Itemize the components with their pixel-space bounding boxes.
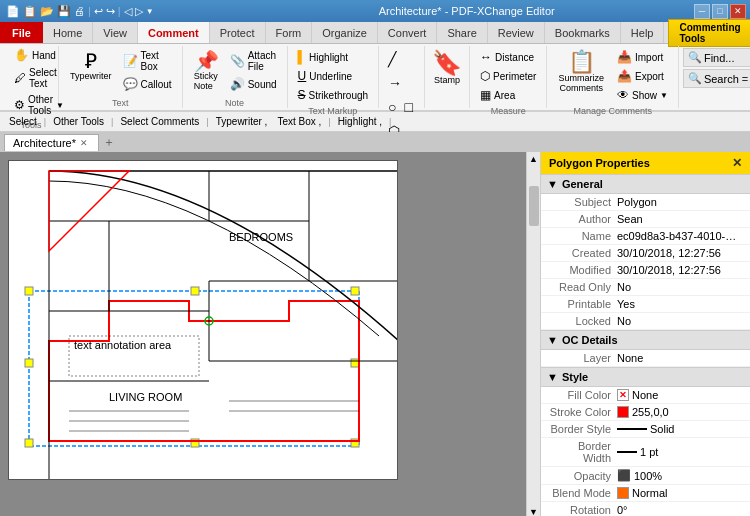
textbox-quick-btn[interactable]: Text Box ,: [274, 116, 324, 127]
general-section: ▼ General Subject Polygon Author Sean Na…: [541, 175, 750, 330]
doc-tab-active[interactable]: Architecture* ✕: [4, 134, 99, 151]
scroll-down-btn[interactable]: ▼: [527, 505, 540, 516]
sticky-note-btn[interactable]: 📌 Sticky Note: [189, 48, 224, 94]
strikethrough-btn[interactable]: S Strikethrough: [294, 86, 373, 104]
select-comments-btn[interactable]: Select Comments: [117, 116, 202, 127]
rect-btn[interactable]: □: [402, 96, 416, 118]
highlight-btn[interactable]: ▌ Highlight: [294, 48, 373, 66]
name-value: ec09d8a3-b437-4010-b08fe979a...: [617, 230, 737, 242]
sep-5: |: [389, 117, 391, 127]
tab-bookmarks[interactable]: Bookmarks: [545, 22, 621, 43]
close-btn[interactable]: ✕: [730, 4, 746, 19]
scroll-up-btn[interactable]: ▲: [527, 152, 540, 166]
dropdown-btn[interactable]: ▼: [146, 7, 154, 16]
window-title: Architecture* - PDF-XChange Editor: [239, 5, 694, 17]
blend-mode-swatch: [617, 487, 629, 499]
export-label: Export: [635, 71, 664, 82]
prop-blend-mode: Blend Mode Normal: [541, 485, 750, 502]
typewriter-btn[interactable]: Ꝑ Typewriter: [65, 48, 117, 84]
stroke-color-swatch[interactable]: [617, 406, 629, 418]
select-text-btn[interactable]: 🖊 Select Text: [10, 65, 52, 91]
properties-close-btn[interactable]: ✕: [732, 156, 742, 170]
textbox-btn[interactable]: 📝 Text Box: [119, 48, 176, 74]
import-btn[interactable]: 📥 Import: [613, 48, 672, 66]
oc-section-header[interactable]: ▼ OC Details: [541, 330, 750, 350]
attach-file-btn[interactable]: 📎 Attach File: [226, 48, 281, 74]
tab-review[interactable]: Review: [488, 22, 545, 43]
arrow-btn[interactable]: →: [385, 72, 405, 94]
highlight-quick-btn[interactable]: Highlight ,: [335, 116, 385, 127]
blend-mode-text: Normal: [632, 487, 667, 499]
stamp-label: Stamp: [434, 75, 460, 85]
other-tools-label: Other Tools: [28, 94, 53, 116]
sticky-note-icon: 📌: [194, 51, 219, 71]
summarize-btn[interactable]: 📋 Summarize Comments: [553, 48, 609, 96]
typewriter-quick-btn[interactable]: Typewriter ,: [213, 116, 271, 127]
area-label: Area: [494, 90, 515, 101]
tab-form[interactable]: Form: [266, 22, 313, 43]
blend-mode-value: Normal: [617, 487, 667, 499]
callout-btn[interactable]: 💬 Callout: [119, 75, 176, 93]
tab-protect[interactable]: Protect: [210, 22, 266, 43]
doc-tab-close-btn[interactable]: ✕: [80, 138, 88, 148]
redo-btn[interactable]: ↪: [106, 5, 115, 18]
new-btn[interactable]: 📋: [23, 5, 37, 18]
back-btn[interactable]: ◁: [124, 5, 132, 18]
scroll-thumb[interactable]: [529, 186, 539, 226]
sep-1: |: [44, 117, 46, 127]
find-btn[interactable]: 🔍 Find...: [683, 48, 750, 67]
style-section-header[interactable]: ▼ Style: [541, 367, 750, 387]
tab-convert[interactable]: Convert: [378, 22, 438, 43]
commenting-tools-badge[interactable]: Commenting Tools: [668, 19, 750, 47]
area-btn[interactable]: ▦ Area: [476, 86, 540, 104]
svg-rect-5: [25, 359, 33, 367]
sep-3: |: [206, 117, 208, 127]
circle-btn[interactable]: ○: [385, 96, 399, 118]
open-btn[interactable]: 📂: [40, 5, 54, 18]
other-tools-quick-btn[interactable]: Other Tools: [50, 116, 107, 127]
select-quick-btn[interactable]: Select: [6, 116, 40, 127]
forward-btn[interactable]: ▷: [135, 5, 143, 18]
tab-comment[interactable]: Comment: [138, 22, 210, 43]
prop-border-style: Border Style Solid: [541, 421, 750, 438]
general-section-header[interactable]: ▼ General: [541, 175, 750, 194]
callout-icon: 💬: [123, 77, 138, 91]
other-tools-btn[interactable]: ⚙ Other Tools ▼: [10, 92, 52, 118]
blueprint-svg: BEDROOMS LIVING ROOM: [9, 161, 398, 480]
perimeter-btn[interactable]: ⬡ Perimeter: [476, 67, 540, 85]
line-btn[interactable]: ╱: [385, 48, 399, 70]
vertical-scrollbar[interactable]: ▲ ▼: [526, 152, 540, 516]
highlight-icon: ▌: [298, 50, 307, 64]
tab-home[interactable]: Home: [43, 22, 93, 43]
tab-file[interactable]: File: [0, 22, 43, 43]
tab-share[interactable]: Share: [437, 22, 487, 43]
tab-help[interactable]: Help: [621, 22, 665, 43]
search-btn[interactable]: 🔍 Search =: [683, 69, 750, 88]
ribbon-group-manage: 📋 Summarize Comments 📥 Import 📤 Export 👁…: [547, 46, 677, 108]
find-label: Find...: [704, 52, 735, 64]
maximize-btn[interactable]: □: [712, 4, 728, 19]
tab-view[interactable]: View: [93, 22, 138, 43]
sound-icon: 🔊: [230, 77, 245, 91]
print-btn[interactable]: 🖨: [74, 5, 85, 17]
underline-btn[interactable]: U Underline: [294, 67, 373, 85]
fill-color-swatch[interactable]: ✕: [617, 389, 629, 401]
doc-tab-name: Architecture*: [13, 137, 76, 149]
sound-btn[interactable]: 🔊 Sound: [226, 75, 281, 93]
export-btn[interactable]: 📤 Export: [613, 67, 672, 85]
hand-btn[interactable]: ✋ Hand: [10, 46, 52, 64]
undo-btn[interactable]: ↩: [94, 5, 103, 18]
save-btn[interactable]: 💾: [57, 5, 71, 18]
export-icon: 📤: [617, 69, 632, 83]
oc-details-label: OC Details: [562, 334, 618, 346]
distance-btn[interactable]: ↔ Distance: [476, 48, 540, 66]
textbox-icon: 📝: [123, 54, 138, 68]
new-tab-btn[interactable]: ＋: [103, 134, 115, 151]
show-btn[interactable]: 👁 Show ▼: [613, 86, 672, 104]
minimize-btn[interactable]: ─: [694, 4, 710, 19]
stamp-btn[interactable]: 🔖 Stamp: [431, 46, 463, 96]
created-label: Created: [547, 247, 617, 259]
pdf-canvas[interactable]: BEDROOMS LIVING ROOM: [0, 152, 540, 516]
tab-organize[interactable]: Organize: [312, 22, 378, 43]
typewriter-label: Typewriter: [70, 71, 112, 81]
